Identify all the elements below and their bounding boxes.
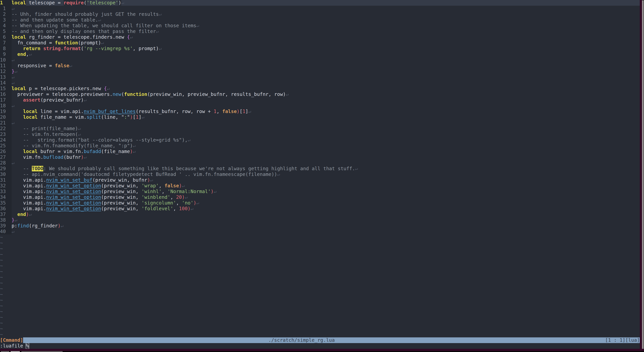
code-token: ( <box>81 46 84 51</box>
code-token: string.format <box>43 46 81 51</box>
tilde-marker: ~ <box>0 240 3 246</box>
code-token: local <box>12 0 26 6</box>
code-token: 'telescope' <box>87 0 118 6</box>
code-token: { <box>127 34 130 40</box>
eol-marker: ↵ <box>248 109 251 114</box>
code-token: } <box>12 217 14 223</box>
eol-marker: ↵ <box>196 200 199 206</box>
eol-marker: ↵ <box>355 166 358 172</box>
code-token: line = vim.api. <box>38 109 84 114</box>
tilde-marker: ~ <box>0 246 3 252</box>
code-line: 9 end,↵ <box>0 52 640 57</box>
tilde-marker: ~ <box>0 280 3 286</box>
eol-marker: ↵ <box>29 212 32 217</box>
code-token <box>12 109 23 114</box>
taskbar-segment <box>1 351 9 352</box>
code-token: (rg_finder <box>29 223 58 228</box>
code-token: vim.api. <box>12 200 46 206</box>
code-line: 5 -- and then only display ones that pas… <box>0 28 640 34</box>
line-number: 28 <box>0 160 12 166</box>
line-number: 14 <box>0 80 12 86</box>
line-number: 9 <box>0 52 12 57</box>
line-number: 11 <box>0 63 12 68</box>
empty-buffer-line: ~ <box>0 314 640 320</box>
code-token: , <box>26 52 29 57</box>
code-token: 'winhl' <box>142 189 162 194</box>
editor-area[interactable]: 1 local telescope = require('telescope')… <box>0 0 640 352</box>
terminal-scrollbar[interactable] <box>642 0 644 351</box>
tilde-marker: ~ <box>0 314 3 320</box>
line-number: 12 <box>0 68 12 74</box>
code-token: ) <box>179 183 182 188</box>
line-number: 18 <box>0 103 12 109</box>
line-number: 35 <box>0 200 12 206</box>
empty-buffer-line: ~ <box>0 320 640 326</box>
code-token: 'signcolumn' <box>142 200 176 206</box>
eol-marker: ↵ <box>101 40 104 46</box>
code-line: 2 -- Uhh, finder should probably just GE… <box>0 12 640 17</box>
code-token: ( <box>84 0 87 6</box>
code-token <box>12 97 23 103</box>
statusline-position-filetype: [1 : 1][lua] <box>605 337 640 343</box>
code-line: 22 -- print(file_name)↵ <box>0 126 640 132</box>
command-line[interactable]: :luafile % <box>0 343 640 349</box>
tilde-marker: ~ <box>0 292 3 297</box>
line-number: 26 <box>0 149 12 154</box>
line-number: 13 <box>0 74 12 80</box>
eol-marker: ↵ <box>60 223 64 228</box>
tilde-marker: ~ <box>0 274 3 280</box>
eol-marker: ↵ <box>12 160 14 166</box>
code-token: , <box>170 194 176 200</box>
eol-marker: ↵ <box>188 137 190 143</box>
code-token: previewer = telescope.previewers. <box>12 92 113 97</box>
eol-marker: ↵ <box>12 80 14 86</box>
line-number: 2 <box>0 12 12 17</box>
eol-marker: ↵ <box>133 143 136 148</box>
code-line: 14 ↵ <box>0 80 640 86</box>
line-number: 20 <box>0 114 12 120</box>
line-number: 19 <box>0 109 12 114</box>
code-token: : <box>124 114 127 120</box>
code-token: nvim_win_set_option <box>46 189 101 194</box>
code-token: function <box>124 92 147 97</box>
eol-marker: ↵ <box>69 63 72 68</box>
code-token: p: <box>12 223 17 228</box>
code-token <box>12 212 17 217</box>
line-number: 21 <box>0 120 12 126</box>
eol-marker: ↵ <box>277 172 280 177</box>
eol-marker: ↵ <box>150 177 153 183</box>
code-token: (preview_win, <box>101 200 142 206</box>
code-token <box>12 114 23 120</box>
code-token: -- and then only display ones that pass … <box>12 28 156 34</box>
code-token: split <box>87 114 101 120</box>
eol-marker: ↵ <box>12 6 14 11</box>
code-token: nvim_win_set_option <box>46 200 101 206</box>
code-token: (file_name <box>101 149 130 154</box>
empty-buffer-line: ~ <box>0 309 640 314</box>
code-token <box>40 46 43 51</box>
eol-marker: ↵ <box>121 0 124 6</box>
code-token: telescope = <box>26 0 64 6</box>
code-token: 'no' <box>182 200 194 206</box>
empty-buffer-line: ~ <box>0 280 640 286</box>
empty-buffer-line: ~ <box>0 332 640 337</box>
line-number: 1 <box>0 0 12 6</box>
code-token: ) <box>118 0 121 6</box>
empty-buffer-line: ~ <box>0 286 640 292</box>
code-line: 20 local file_name = vim.split(line, ":"… <box>0 114 640 120</box>
code-line: 3 -- and then update some table.↵ <box>0 17 640 23</box>
line-number: 32 <box>0 183 12 189</box>
code-token: , <box>173 206 179 212</box>
code-token: (preview_win, <box>101 194 142 200</box>
code-token: ) <box>237 109 240 114</box>
eol-marker: ↵ <box>130 34 133 40</box>
empty-buffer-line: ~ <box>0 326 640 332</box>
code-token: ) <box>194 200 196 206</box>
code-line: 38 }↵ <box>0 217 640 223</box>
tilde-marker: ~ <box>0 303 3 308</box>
line-number: 34 <box>0 194 12 200</box>
eol-marker: ↵ <box>84 154 87 160</box>
code-token: , <box>162 189 168 194</box>
code-token: rg_finder = telescope.finders.new <box>26 34 127 40</box>
code-line: 35 vim.api.nvim_win_set_option(preview_w… <box>0 200 640 206</box>
